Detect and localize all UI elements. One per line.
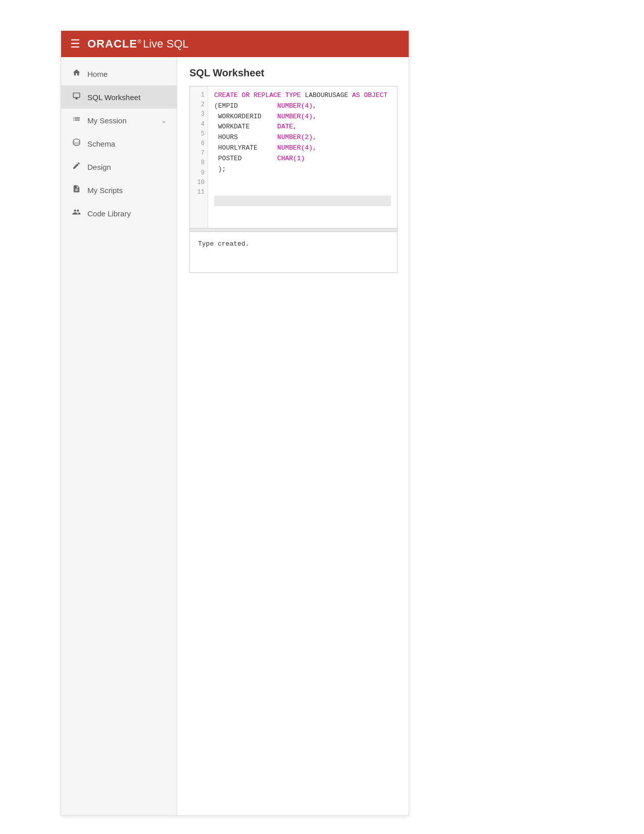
sidebar-item-my-session[interactable]: My Session ⌄	[61, 109, 177, 132]
oracle-logo: ORACLE® Live SQL	[87, 37, 189, 51]
sidebar-label-home: Home	[87, 70, 167, 78]
page-title: SQL Worksheet	[189, 67, 398, 79]
code-line-2: (EMPID NUMBER(4),	[214, 101, 391, 112]
code-line-1: CREATE OR REPLACE TYPE LABOURUSAGE AS OB…	[214, 90, 391, 101]
topbar: ☰ ORACLE® Live SQL	[61, 31, 409, 57]
people-icon	[71, 208, 81, 219]
chevron-down-icon: ⌄	[161, 117, 167, 124]
code-line-9	[214, 174, 391, 185]
sidebar-item-sql-worksheet[interactable]: SQL Worksheet	[61, 85, 177, 109]
editor-body[interactable]: 1 2 3 4 5 6 7 8 9 10 11	[190, 86, 397, 228]
oracle-text: ORACLE®	[87, 37, 142, 51]
sidebar-label-my-session: My Session	[87, 116, 155, 125]
sidebar-item-code-library[interactable]: Code Library	[61, 202, 177, 225]
code-line-11	[214, 196, 391, 206]
hamburger-menu-icon[interactable]: ☰	[70, 37, 80, 51]
code-line-6: HOURLYRATE NUMBER(4),	[214, 143, 391, 154]
sidebar-item-schema[interactable]: Schema	[61, 132, 177, 155]
code-line-4: WORKDATE DATE,	[214, 122, 391, 132]
pencil-icon	[71, 161, 81, 172]
code-line-5: HOURS NUMBER(2),	[214, 132, 391, 143]
code-content[interactable]: CREATE OR REPLACE TYPE LABOURUSAGE AS OB…	[208, 86, 397, 228]
output-text: Type created.	[198, 240, 249, 248]
sidebar-label-schema: Schema	[87, 140, 167, 148]
stack-icon	[71, 138, 81, 149]
home-icon	[71, 68, 81, 79]
main-layout: Home SQL Worksheet My Session ⌄	[61, 57, 409, 815]
sidebar-label-my-scripts: My Scripts	[87, 186, 167, 195]
line-numbers: 1 2 3 4 5 6 7 8 9 10 11	[190, 86, 208, 228]
code-line-8: );	[214, 164, 391, 175]
sidebar-item-home[interactable]: Home	[61, 62, 177, 85]
sidebar-item-design[interactable]: Design	[61, 155, 177, 178]
sidebar-label-code-library: Code Library	[87, 209, 167, 218]
list-icon	[71, 115, 81, 126]
code-line-10	[214, 185, 391, 196]
sql-editor[interactable]: 1 2 3 4 5 6 7 8 9 10 11	[189, 86, 398, 273]
sidebar: Home SQL Worksheet My Session ⌄	[61, 57, 177, 815]
code-line-7: POSTED CHAR(1)	[214, 154, 391, 164]
page-wrapper: ☰ ORACLE® Live SQL Home	[0, 0, 644, 834]
sql-output: Type created.	[190, 232, 397, 272]
sidebar-label-design: Design	[87, 163, 167, 171]
doc-icon	[71, 184, 81, 196]
editor-divider	[190, 228, 397, 232]
livesql-text: Live SQL	[143, 37, 189, 51]
sidebar-label-sql-worksheet: SQL Worksheet	[87, 93, 167, 102]
code-line-3: WORKORDERID NUMBER(4),	[214, 112, 391, 122]
app-container: ☰ ORACLE® Live SQL Home	[61, 30, 409, 816]
sidebar-item-my-scripts[interactable]: My Scripts	[61, 178, 177, 202]
monitor-icon	[71, 91, 81, 103]
content-area: SQL Worksheet 1 2 3 4 5 6 7 8	[177, 57, 409, 815]
